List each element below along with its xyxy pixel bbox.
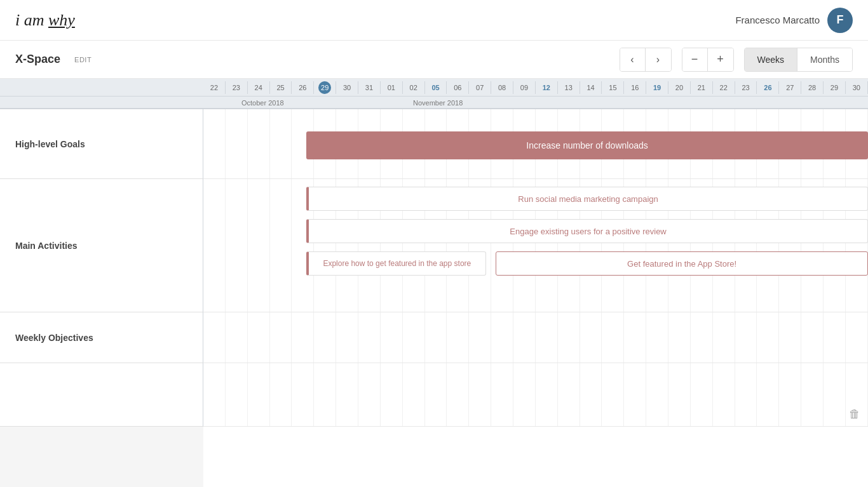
date-23: 23	[226, 81, 248, 94]
zoom-button-group: − +	[682, 48, 734, 72]
date-14: 14	[580, 81, 602, 94]
zoom-out-button[interactable]: −	[682, 48, 708, 71]
date-29-today: 29	[314, 81, 336, 94]
edit-button[interactable]: EDIT	[71, 55, 95, 65]
date-24: 24	[248, 81, 270, 94]
weeks-view-button[interactable]: Weeks	[745, 48, 798, 71]
date-09: 09	[513, 81, 536, 94]
user-name: Francesco Marcatto	[735, 15, 820, 25]
avatar[interactable]: F	[827, 8, 853, 33]
oct-label: October 2018	[241, 99, 284, 107]
date-06: 06	[447, 81, 469, 94]
logo-underline: why	[48, 11, 75, 29]
date-05: 05	[425, 81, 447, 94]
date-13: 13	[558, 81, 580, 94]
date-26: 26	[757, 81, 779, 94]
timeline-numbers-row: 22 23 24 25 26 29 30 31 01 02 05 06 07 0…	[0, 79, 868, 97]
date-20: 20	[668, 81, 691, 94]
date-23b: 23	[735, 81, 757, 94]
next-button[interactable]: ›	[646, 48, 671, 71]
date-16: 16	[624, 81, 646, 94]
date-07: 07	[469, 81, 491, 94]
date-28: 28	[801, 81, 824, 94]
gantt-grid-4	[203, 363, 868, 426]
date-15: 15	[602, 81, 624, 94]
date-22: 22	[203, 81, 226, 94]
high-level-goals-label: High-level Goals	[0, 109, 203, 179]
body-area: 22 23 24 25 26 29 30 31 01 02 05 06 07 0…	[0, 79, 868, 487]
gantt-grid-3	[203, 312, 868, 363]
weekly-objectives-row	[203, 312, 868, 363]
date-30: 30	[336, 81, 358, 94]
high-level-goal-bar[interactable]: Increase number of downloads	[306, 131, 868, 159]
date-29b: 29	[824, 81, 846, 94]
activity1-bar[interactable]: Run social media marketing campaign	[306, 187, 868, 211]
date-08: 08	[491, 81, 513, 94]
weekly-objectives-label: Weekly Objectives	[0, 312, 203, 363]
date-26: 26	[292, 81, 314, 94]
zoom-in-button[interactable]: +	[708, 48, 733, 71]
toolbar: X-Space EDIT ‹ › − + Weeks Months	[0, 41, 868, 79]
date-21: 21	[691, 81, 713, 94]
date-02: 02	[403, 81, 425, 94]
date-31: 31	[358, 81, 381, 94]
main-content: High-level Goals Main Activities Weekly …	[0, 109, 868, 487]
prev-button[interactable]: ‹	[620, 48, 646, 71]
main-activities-row: Run social media marketing campaign Enga…	[203, 179, 868, 312]
high-level-goals-row: Increase number of downloads	[203, 109, 868, 179]
row-labels-column: High-level Goals Main Activities Weekly …	[0, 109, 203, 487]
extra-row: 🗑	[203, 363, 868, 427]
app-header: i am why Francesco Marcatto F	[0, 0, 868, 41]
date-01: 01	[381, 81, 403, 94]
activity2-bar[interactable]: Engage existing users for a positive rev…	[306, 219, 868, 243]
date-25: 25	[270, 81, 292, 94]
date-30b: 30	[846, 81, 868, 94]
date-12: 12	[536, 81, 558, 94]
main-activities-label: Main Activities	[0, 179, 203, 312]
month-labels-area: October 2018 November 2018	[203, 97, 868, 108]
gantt-area: Increase number of downloads	[203, 109, 868, 487]
activity3b-bar[interactable]: Get featured in the App Store!	[496, 251, 868, 276]
activity3a-bar[interactable]: Explore how to get featured in the app s…	[306, 251, 485, 276]
project-title: X-Space	[15, 53, 60, 66]
date-19: 19	[646, 81, 668, 94]
view-toggle: Weeks Months	[744, 48, 853, 72]
trash-icon[interactable]: 🗑	[849, 408, 860, 420]
date-27: 27	[779, 81, 801, 94]
app-logo: i am why	[15, 11, 75, 30]
months-view-button[interactable]: Months	[797, 48, 852, 71]
date-22b: 22	[713, 81, 735, 94]
month-band: October 2018 November 2018	[0, 97, 868, 109]
extra-row-label	[0, 363, 203, 427]
header-right: Francesco Marcatto F	[735, 8, 853, 33]
nav-button-group: ‹ ›	[620, 48, 672, 72]
timeline-dates: 22 23 24 25 26 29 30 31 01 02 05 06 07 0…	[203, 81, 868, 94]
trash-icon-container: 🗑	[849, 408, 860, 421]
nov-label: November 2018	[413, 99, 463, 107]
